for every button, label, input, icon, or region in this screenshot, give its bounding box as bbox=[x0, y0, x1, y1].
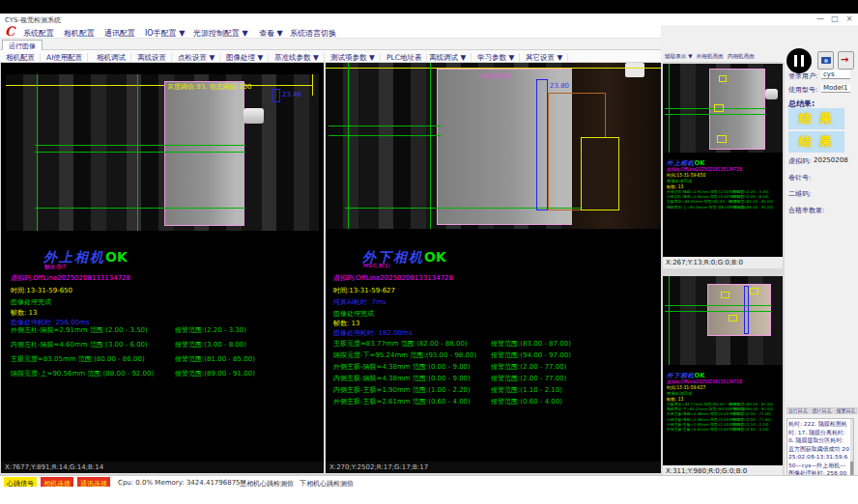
camera2-image[interactable]: 23.80 AI检测画板 bbox=[326, 63, 661, 229]
mini-view2[interactable]: 外下相机OK 虚拟码:OffLine20250208133134728 时间:1… bbox=[663, 276, 783, 477]
tool-offline-setting[interactable]: 离线设置 bbox=[137, 53, 172, 63]
mini-view1[interactable]: 外上相机OK 虚拟码:OffLine20250208133134728 时间:1… bbox=[663, 64, 783, 268]
log-tab-stat[interactable]: 统计日志 bbox=[811, 407, 834, 414]
close-button[interactable]: × bbox=[843, 14, 856, 24]
mini-view1-image bbox=[663, 64, 783, 153]
login-user-value[interactable]: cys bbox=[821, 70, 850, 79]
camera-link-badge: 相机连接 bbox=[41, 477, 73, 487]
result-box-2: 结 果 bbox=[788, 131, 844, 153]
frames-line: 帧数: 13 bbox=[333, 319, 360, 328]
qr-label: 二维码: bbox=[788, 189, 811, 199]
control-panel: → 登录用户: cys 使用型号: Model1 总结果: 结 果 结 果 虚拟… bbox=[785, 46, 858, 486]
tool-camera-debug[interactable]: 相机调试 bbox=[97, 53, 131, 63]
maximize-button[interactable]: □ bbox=[828, 14, 842, 24]
time-line: 时间:13-31-59-650 bbox=[11, 286, 72, 295]
overlay-green-line bbox=[348, 63, 349, 229]
measure-row: 外侧左柱-隔膜=2.91mm 范围:(2.00 - 3.50)报警范围:(2.2… bbox=[11, 325, 333, 335]
menu-io-config[interactable]: IO手配置 ▼ bbox=[145, 28, 185, 39]
ai-overlay-text: AI检测画板 bbox=[478, 71, 512, 81]
tool-ai-use-config[interactable]: AI使用配置 bbox=[46, 53, 88, 63]
camera-icon bbox=[821, 57, 831, 64]
measure-row: 主极宽度=83.77mm 范围:(82.00 - 88.00)报警范围:(83.… bbox=[333, 339, 669, 349]
minimize-button[interactable]: — bbox=[814, 14, 827, 24]
elapsed-line: 图像处理耗时: 182.00ms bbox=[333, 328, 413, 338]
log-box[interactable]: 耗时: 222, 隔膜检测耗时: 17, 隔膜分离耗时: 0, 隔膜提取分区耗时… bbox=[786, 418, 854, 482]
bright-spot bbox=[625, 63, 644, 77]
camera-capture-button[interactable] bbox=[817, 51, 834, 70]
heartbeat-badge: 心跳信号 bbox=[4, 477, 37, 487]
tool-camera-config[interactable]: 相机配置 bbox=[6, 53, 41, 63]
menu-view[interactable]: 查看 ▼ bbox=[259, 28, 283, 39]
tab-run-image[interactable]: 运行图像 bbox=[2, 40, 43, 50]
log-text: 耗时: 222, 隔膜检测耗时: 17, 隔膜分离耗时: 0, 隔膜提取分区耗时… bbox=[788, 420, 849, 482]
overlay-green-line bbox=[35, 152, 245, 153]
upper-cam-heartbeat-text: 上相机心跳检测值 bbox=[240, 479, 294, 489]
trigger-note: MS:C.B(1) bbox=[363, 263, 390, 268]
log-tab-bar: 运行日志统计日志报警日志 bbox=[786, 407, 848, 414]
mini-view2-text: 外下相机OK 虚拟码:OffLine20250208133134728 时间:1… bbox=[667, 371, 784, 433]
log-tab-run[interactable]: 运行日志 bbox=[786, 407, 810, 414]
tool-spot-check[interactable]: 点检设置 ▼ bbox=[178, 53, 220, 63]
mini-tab-aux[interactable]: 辅助展示 ▼ bbox=[665, 53, 692, 59]
login-user-label: 登录用户: bbox=[788, 71, 817, 81]
camera1-coords-bar: X:7677;Y:891;R:14;G:14;B:14 bbox=[1, 462, 324, 473]
mini-tab-bar: 辅助展示 ▼外相机画面内相机画面 bbox=[663, 50, 783, 63]
camera1-image[interactable]: 23.46 灰度阈值:93, 动态阈值:100 bbox=[6, 74, 319, 231]
comm-link-badge: 通讯连接 bbox=[77, 477, 110, 487]
time-line: 时间:13-31-59-627 bbox=[333, 286, 395, 295]
measure-label: 23.46 bbox=[282, 91, 301, 98]
mini-view1-coords: X:267;Y:13;R:0;G:0;B:0 bbox=[663, 257, 783, 268]
vcode-value: 20250208 bbox=[814, 156, 848, 164]
tool-image-process[interactable]: 图像处理 ▼ bbox=[226, 53, 269, 63]
measure-label: 23.80 bbox=[550, 82, 569, 90]
tool-baseline-params[interactable]: 基准线参数 ▼ bbox=[274, 53, 325, 63]
pause-icon bbox=[794, 55, 797, 67]
model-value[interactable]: Model1 bbox=[821, 84, 850, 93]
title-bar: CYS-视觉检测系统 — □ × bbox=[0, 14, 858, 25]
exit-button[interactable]: → bbox=[838, 51, 854, 70]
overlay-yellow-line bbox=[6, 85, 313, 86]
tool-other-settings[interactable]: 其它设置 ▼ bbox=[526, 53, 568, 63]
pin-label: 卷针号: bbox=[788, 173, 811, 182]
menu-comm-config[interactable]: 通讯配置 bbox=[104, 28, 135, 39]
mini-view2-image bbox=[663, 276, 783, 365]
barcode-line: 虚拟码:OffLine20250208133134728 bbox=[333, 273, 453, 283]
log-scrollbar[interactable] bbox=[850, 419, 853, 481]
measure-row: 外侧主极-隔膜=4.38mm 范围:(0.00 - 9.00)报警范围:(2.0… bbox=[333, 362, 669, 372]
camera1-panel: 23.46 灰度阈值:93, 动态阈值:100 外上相机OK 触发:拍T 虚拟码… bbox=[1, 63, 324, 473]
tool-plc-table[interactable]: PLC地址表 bbox=[386, 53, 427, 63]
status-bar: 心跳信号 相机连接 通讯连接 Cpu: 0.0% Memory: 3424.41… bbox=[0, 475, 858, 487]
tool-offline-debug[interactable]: 离线调试 ▼ bbox=[429, 53, 472, 63]
mini-tab-inner-cam[interactable]: 内相机画面 bbox=[728, 53, 755, 59]
overlay-green-line bbox=[35, 208, 245, 209]
menu-system-config[interactable]: 系统配置 bbox=[23, 28, 54, 39]
app-window: CYS-视觉检测系统 — □ × C 系统配置 相机配置 通讯配置 IO手配置 … bbox=[0, 0, 858, 504]
screen-top-strip bbox=[0, 0, 858, 14]
roi-box bbox=[581, 137, 619, 210]
measure-row: 隔膜宽度-下=95.24mm 范围:(93.00 - 98.00)报警范围:(9… bbox=[333, 350, 669, 360]
measure-box bbox=[536, 79, 548, 210]
electrode-region bbox=[164, 81, 244, 226]
menu-language-switch[interactable]: 系统语言切换 bbox=[290, 28, 336, 39]
measure-row: 主极宽度=83.05mm 范围:(80.00 - 86.00)报警范围:(81.… bbox=[11, 354, 333, 364]
overlay-green-line bbox=[329, 135, 442, 136]
camera2-panel: 23.80 AI检测画板 外下相机OK MS:C.B(1) 虚拟码:OffLin… bbox=[326, 63, 661, 473]
tool-learn-params[interactable]: 学习参数 ▼ bbox=[477, 53, 520, 63]
overlay-green-line bbox=[430, 63, 431, 229]
app-logo-icon: C bbox=[5, 25, 14, 39]
mini-tab-outer-cam[interactable]: 外相机画面 bbox=[697, 53, 724, 59]
barcode-line: 虚拟码:OffLine20250208133134728 bbox=[11, 273, 130, 283]
measure-row: 内侧主极-隔膜=4.38mm 范围:(0.00 - 9.00)报警范围:(2.0… bbox=[333, 374, 669, 383]
menu-camera-config[interactable]: 相机配置 bbox=[64, 28, 95, 39]
toolbar: 相机配置 AI使用配置 相机调试 离线设置 点检设置 ▼ 图像处理 ▼ 基准线参… bbox=[0, 50, 661, 63]
tool-test-params[interactable]: 测试项参数 ▼ bbox=[330, 53, 381, 63]
pause-button[interactable] bbox=[786, 48, 812, 73]
overlay-yellow-line bbox=[312, 74, 313, 96]
frames-line: 帧数: 13 bbox=[11, 308, 38, 318]
log-tab-alarm[interactable]: 报警日志 bbox=[835, 407, 858, 414]
result-box-1: 结 果 bbox=[788, 108, 844, 129]
measure-row: 隔膜宽度-上=90.56mm 范围:(88.00 - 92.00)报警范围:(8… bbox=[11, 369, 333, 378]
lower-cam-heartbeat-text: 下相机心跳检测值 bbox=[300, 479, 354, 489]
measure-row: 内侧左柱-隔膜=4.60mm 范围:(3.00 - 6.00)报警范围:(3.0… bbox=[11, 340, 333, 350]
menu-light-config[interactable]: 光源控制配置 ▼ bbox=[193, 28, 248, 39]
